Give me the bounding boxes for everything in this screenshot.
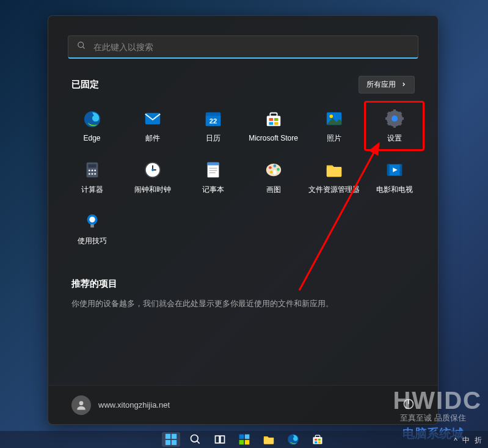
svg-point-28 [88,169,90,171]
pinned-apps-grid: Edge邮件22日历Microsoft Store照片设置计算器闹钟和时钟记事本… [62,101,424,254]
user-name-label: www.xitongzhijia.net [98,400,170,409]
app-label: 邮件 [145,133,160,144]
svg-point-48 [273,170,277,175]
app-tile-movies[interactable]: 电影和电视 [364,152,424,202]
svg-rect-56 [90,224,94,227]
notepad-icon [203,160,223,180]
taskbar-store-icon[interactable] [308,432,327,447]
recommended-section: 推荐的项目 你使用的设备越多，我们就会在此处显示更多你最近使用的文件和新应用。 [71,278,415,309]
svg-point-66 [191,435,198,442]
taskbar-search-icon[interactable] [186,432,205,447]
svg-point-46 [277,167,280,171]
app-label: 记事本 [202,185,224,195]
app-tile-tips[interactable]: 使用技巧 [62,204,122,254]
svg-rect-62 [165,434,170,439]
app-tile-explorer[interactable]: 文件资源管理器 [304,152,364,202]
svg-rect-77 [315,435,320,438]
user-account-button[interactable]: www.xitongzhijia.net [71,395,170,415]
pinned-title: 已固定 [71,79,99,90]
svg-rect-39 [207,162,219,165]
app-label: 闹钟和时钟 [134,185,171,195]
taskbar-widgets-icon[interactable] [235,432,253,447]
svg-point-55 [89,216,95,222]
calendar-icon: 22 [203,109,223,128]
svg-rect-69 [220,436,224,443]
svg-rect-11 [269,122,273,125]
svg-point-47 [269,171,272,174]
all-apps-button[interactable]: 所有应用 [359,76,415,94]
recommended-title: 推荐的项目 [71,278,415,290]
tray-item[interactable]: ^ [454,436,457,445]
paint-icon [264,160,283,180]
app-tile-notepad[interactable]: 记事本 [183,152,243,202]
svg-rect-74 [263,438,273,444]
taskbar-explorer-icon[interactable] [260,432,278,447]
calculator-icon [82,160,102,180]
svg-rect-27 [88,164,96,167]
search-box[interactable] [68,35,418,59]
svg-rect-12 [274,122,278,125]
svg-point-37 [151,169,154,171]
svg-point-17 [391,116,398,122]
photos-icon [324,109,344,128]
svg-rect-51 [387,164,389,175]
svg-point-0 [78,42,84,48]
app-label: 文件资源管理器 [308,185,360,195]
app-label: Microsoft Store [249,134,298,142]
watermark-sub1: 至真至诚 品质保住 [400,413,466,424]
svg-rect-9 [269,118,273,121]
svg-point-44 [269,166,272,169]
explorer-icon [324,160,344,180]
movies-icon [385,160,404,180]
svg-point-30 [94,169,96,171]
app-tile-calendar[interactable]: 22日历 [183,101,243,151]
svg-rect-78 [315,439,317,441]
svg-point-31 [88,173,90,175]
svg-rect-65 [171,440,176,445]
tray-item[interactable]: 中 [462,435,470,446]
app-label: Edge [83,134,100,142]
app-tile-calculator[interactable]: 计算器 [62,152,122,202]
svg-rect-73 [244,440,249,445]
app-label: 计算器 [81,185,103,195]
svg-text:22: 22 [209,117,217,124]
svg-rect-10 [274,118,278,121]
svg-rect-79 [318,439,320,441]
svg-line-1 [82,46,84,48]
svg-point-32 [91,173,93,175]
app-label: 使用技巧 [78,236,107,246]
taskbar-start-icon[interactable] [162,432,180,447]
svg-rect-63 [171,434,176,439]
svg-rect-70 [239,435,244,439]
all-apps-label: 所有应用 [366,79,396,90]
store-icon [264,109,283,129]
svg-rect-3 [145,112,159,124]
taskbar-taskview-icon[interactable] [211,432,229,447]
svg-point-14 [329,114,333,118]
svg-rect-80 [315,441,317,443]
app-tile-edge[interactable]: Edge [62,101,122,151]
app-tile-clock[interactable]: 闹钟和时钟 [122,152,183,202]
svg-rect-81 [318,441,320,443]
app-label: 设置 [387,133,402,144]
svg-rect-8 [270,113,277,117]
svg-rect-19 [393,125,396,128]
recommended-empty-text: 你使用的设备越多，我们就会在此处显示更多你最近使用的文件和新应用。 [71,298,415,309]
app-label: 照片 [327,133,341,144]
app-label: 日历 [206,133,220,144]
taskbar-edge-icon[interactable] [284,432,302,447]
tray-item[interactable]: 折 [475,435,482,446]
svg-rect-18 [393,109,396,112]
taskbar [0,431,488,448]
settings-icon [385,109,404,128]
app-tile-settings[interactable]: 设置 [364,101,424,151]
svg-rect-20 [385,117,388,120]
search-input[interactable] [93,42,409,52]
app-tile-photos[interactable]: 照片 [304,101,364,151]
svg-line-67 [197,441,199,444]
app-tile-paint[interactable]: 画图 [243,152,304,202]
start-menu-footer: www.xitongzhijia.net [48,385,438,424]
app-label: 画图 [266,185,281,195]
app-tile-mail[interactable]: 邮件 [122,101,183,151]
app-tile-store[interactable]: Microsoft Store [243,101,304,151]
